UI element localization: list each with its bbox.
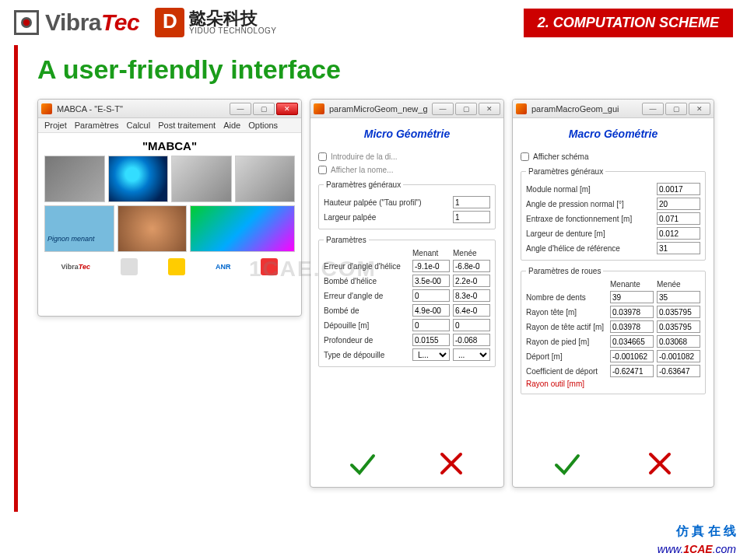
maximize-button[interactable]: ▢: [253, 103, 275, 115]
input[interactable]: [657, 242, 700, 254]
minimize-button[interactable]: —: [432, 103, 454, 115]
input-a[interactable]: [412, 275, 450, 287]
yiduo-logo-icon: [155, 8, 184, 37]
vibratec-logo: VibraTec: [14, 9, 139, 36]
section-badge: 2. COMPUTATION SCHEME: [524, 9, 733, 37]
window-micro-geom: paramMicroGeom_new_gui — ▢ ✕ Micro Géomé…: [310, 99, 504, 488]
minimize-button[interactable]: —: [230, 103, 251, 115]
sponsor-vibratec: VibraTec: [61, 263, 90, 271]
row-hauteur-palpee: Hauteur palpée ("Tau profil"): [324, 196, 490, 208]
window-macro-geom: paramMacroGeom_gui — ▢ ✕ Macro Géométrie…: [512, 99, 714, 488]
input-a[interactable]: [610, 350, 654, 362]
window-title: MABCA - "E-S-T": [57, 104, 225, 114]
select-b[interactable]: ...: [453, 348, 490, 361]
row-type-depouille: Type de dépouilleL......: [324, 348, 490, 361]
cancel-button[interactable]: [644, 448, 675, 476]
app-title: "MABCA": [44, 139, 295, 152]
row-largeur-palpee: Largeur palpée: [324, 211, 490, 223]
col-menee: Menée: [453, 249, 490, 257]
row-rayon-tete: Rayon tête [m]: [526, 306, 700, 318]
input-b[interactable]: [657, 335, 700, 348]
select-a[interactable]: L...: [412, 348, 450, 361]
app-icon: [516, 103, 527, 114]
chk-introduire-box[interactable]: [318, 152, 327, 161]
menu-calcul[interactable]: Calcul: [127, 121, 151, 130]
thumb-gearbox2[interactable]: [235, 156, 296, 202]
brand2-cn: 懿朵科技: [189, 10, 276, 27]
maximize-button[interactable]: ▢: [665, 103, 687, 115]
input[interactable]: [657, 212, 700, 225]
maximize-button[interactable]: ▢: [455, 103, 477, 115]
slide-header: VibraTec 懿朵科技 YIDUO TECHNOLOGY 2. COMPUT…: [0, 0, 747, 37]
chk-afficher-nome[interactable]: Afficher la nome...: [318, 166, 496, 174]
thumb-gear[interactable]: [108, 156, 169, 202]
menu-options[interactable]: Options: [248, 121, 278, 130]
group-legend: Paramètres de roues: [526, 267, 603, 275]
thumb-gearbox1[interactable]: [171, 156, 232, 202]
input-a[interactable]: [412, 334, 450, 346]
close-button[interactable]: ✕: [689, 103, 710, 115]
close-button[interactable]: ✕: [276, 103, 298, 115]
menu-parametres[interactable]: Paramètres: [75, 121, 119, 130]
row-angle-helice-ref: Angle d'hélice de référence: [526, 242, 700, 254]
app-icon: [314, 103, 324, 114]
close-button[interactable]: ✕: [479, 103, 500, 115]
input-b[interactable]: [453, 289, 490, 302]
input-a[interactable]: [610, 335, 654, 348]
ok-button[interactable]: [552, 448, 583, 476]
input-a[interactable]: [412, 304, 450, 317]
thumb-engine[interactable]: [44, 156, 105, 202]
sponsor-renault: [168, 258, 185, 275]
input[interactable]: [657, 227, 700, 240]
input-b[interactable]: [453, 319, 490, 331]
input-b[interactable]: [657, 306, 700, 318]
chk-afficher-schema[interactable]: Afficher schéma: [521, 152, 706, 161]
input-a[interactable]: [610, 306, 654, 318]
input-b[interactable]: [657, 350, 700, 362]
titlebar[interactable]: paramMicroGeom_new_gui — ▢ ✕: [310, 100, 503, 118]
titlebar[interactable]: paramMacroGeom_gui — ▢ ✕: [513, 100, 714, 118]
input-hauteur-palpee[interactable]: [453, 196, 490, 208]
input-a[interactable]: [412, 260, 450, 272]
form-heading: Macro Géométrie: [521, 128, 706, 140]
ok-button[interactable]: [347, 448, 378, 476]
col-menante: Menante: [610, 280, 654, 289]
input[interactable]: [657, 183, 700, 195]
row-largeur-denture: Largeur de denture [m]: [526, 227, 700, 240]
row-deport: Déport [m]: [526, 350, 700, 362]
chk-introduire[interactable]: Introduire de la di...: [318, 152, 496, 161]
input-b[interactable]: [453, 260, 490, 272]
chk-afficher-nome-box[interactable]: [318, 166, 327, 174]
footer-url: www.1CAE.com: [658, 543, 736, 555]
input-largeur-palpee[interactable]: [453, 211, 490, 223]
brand2-en: YIDUO TECHNOLOGY: [189, 27, 276, 35]
minimize-button[interactable]: —: [642, 103, 664, 115]
input-b[interactable]: [657, 365, 700, 377]
form-heading: Micro Géométrie: [318, 128, 496, 140]
input-a[interactable]: [610, 291, 654, 303]
input-b[interactable]: [657, 291, 700, 303]
cancel-button[interactable]: [436, 448, 467, 476]
input-a[interactable]: [412, 319, 450, 331]
input-a[interactable]: [610, 320, 654, 333]
thumb-pignon[interactable]: [44, 205, 114, 252]
row-nombre-dents: Nombre de dents: [526, 291, 700, 303]
thumb-photo[interactable]: [117, 205, 188, 252]
menu-posttraitement[interactable]: Post traitement: [158, 121, 216, 130]
row-rayon-outil: Rayon outil [mm]: [526, 380, 700, 388]
input-a[interactable]: [610, 365, 654, 377]
menu-projet[interactable]: Projet: [44, 121, 67, 130]
group-param-roues: Paramètres de roues MenanteMenée Nombre …: [521, 267, 706, 394]
accent-bar: [14, 45, 18, 512]
input-b[interactable]: [657, 320, 700, 333]
input-b[interactable]: [453, 275, 490, 287]
menu-aide[interactable]: Aide: [223, 121, 240, 130]
input[interactable]: [657, 198, 700, 210]
titlebar[interactable]: MABCA - "E-S-T" — ▢ ✕: [38, 100, 301, 118]
input-b[interactable]: [453, 304, 490, 317]
input-b[interactable]: [453, 334, 490, 346]
thumb-cad[interactable]: [190, 205, 295, 252]
row-module-normal: Module normal [m]: [526, 183, 700, 195]
chk-afficher-schema-box[interactable]: [521, 152, 529, 161]
input-a[interactable]: [412, 289, 450, 302]
